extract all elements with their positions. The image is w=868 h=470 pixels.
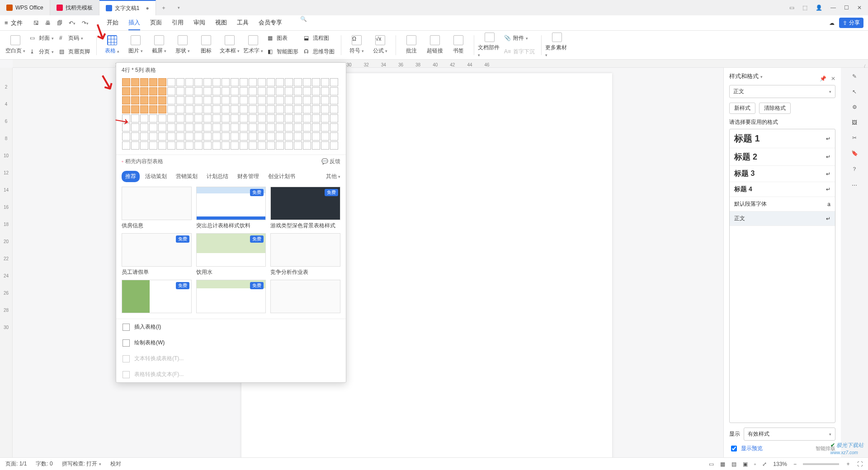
- grid-cell[interactable]: [240, 96, 248, 104]
- avatar-icon[interactable]: 👤: [816, 5, 822, 11]
- grid-cell[interactable]: [222, 87, 230, 95]
- status-page[interactable]: 页面: 1/1: [5, 460, 27, 468]
- grid-cell[interactable]: [167, 78, 175, 86]
- grid-cell[interactable]: [249, 87, 257, 95]
- select-icon[interactable]: ↖: [852, 89, 857, 95]
- grid-cell[interactable]: [194, 105, 203, 113]
- grid-cell[interactable]: [203, 105, 212, 113]
- save-icon[interactable]: 🖫: [33, 20, 39, 26]
- menu-draw-table[interactable]: 绘制表格(W): [116, 335, 346, 351]
- grid-cell[interactable]: [185, 123, 193, 132]
- grid-cell[interactable]: [285, 132, 293, 141]
- grid-cell[interactable]: [149, 141, 157, 150]
- grid-cell[interactable]: [203, 87, 212, 95]
- gallery-icon[interactable]: 🖼: [852, 119, 857, 126]
- grid-cell[interactable]: [149, 114, 157, 122]
- tab-template[interactable]: 找稻壳模板: [50, 0, 99, 15]
- view-focus-icon[interactable]: ▫: [754, 461, 756, 467]
- bookmark-side-icon[interactable]: 🔖: [851, 150, 858, 156]
- style-item-h2[interactable]: 标题 2↵: [730, 148, 835, 166]
- grid-cell[interactable]: [276, 114, 284, 122]
- grid-cell[interactable]: [231, 78, 239, 86]
- grid-cell[interactable]: [212, 96, 221, 104]
- grid-cell[interactable]: [212, 123, 221, 132]
- grid-cell[interactable]: [131, 78, 139, 86]
- grid-cell[interactable]: [158, 96, 166, 104]
- grid-cell[interactable]: [258, 123, 266, 132]
- grid-cell[interactable]: [276, 78, 284, 86]
- grid-cell[interactable]: [122, 114, 130, 122]
- print-icon[interactable]: 🖶: [45, 20, 51, 26]
- grid-cell[interactable]: [267, 96, 275, 104]
- grid-cell[interactable]: [258, 132, 266, 141]
- grid-cell[interactable]: [140, 105, 148, 113]
- grid-cell[interactable]: [258, 141, 266, 150]
- headerfooter-button[interactable]: ▤页眉页脚: [57, 46, 93, 58]
- grid-cell[interactable]: [167, 132, 175, 141]
- grid-cell[interactable]: [267, 87, 275, 95]
- grid-cell[interactable]: [176, 78, 184, 86]
- grid-cell[interactable]: [258, 96, 266, 104]
- grid-cell[interactable]: [231, 105, 239, 113]
- wordart-button[interactable]: 艺术字 ▾: [241, 33, 265, 58]
- grid-cell[interactable]: [240, 87, 248, 95]
- grid-cell[interactable]: [194, 141, 203, 150]
- current-style-select[interactable]: 正文▾: [729, 85, 835, 98]
- pen-icon[interactable]: ✎: [852, 73, 857, 80]
- tab-member[interactable]: 会员专享: [259, 16, 282, 30]
- grid-cell[interactable]: [294, 87, 302, 95]
- search-icon[interactable]: 🔍: [300, 16, 307, 30]
- grid-cell[interactable]: [312, 87, 320, 95]
- grid-cell[interactable]: [330, 78, 338, 86]
- grid-cell[interactable]: [222, 141, 230, 150]
- grid-cell[interactable]: [122, 96, 130, 104]
- grid-cell[interactable]: [267, 78, 275, 86]
- grid-cell[interactable]: [294, 96, 302, 104]
- minimize-button[interactable]: —: [830, 5, 836, 11]
- zoom-slider[interactable]: [803, 463, 839, 465]
- new-tab-button[interactable]: ＋: [156, 0, 171, 15]
- tab-insert[interactable]: 插入: [128, 16, 140, 30]
- style-item-h3[interactable]: 标题 3↵: [730, 166, 835, 182]
- grid-cell[interactable]: [167, 123, 175, 132]
- cat-marketing[interactable]: 营销策划: [172, 171, 201, 182]
- grid-cell[interactable]: [140, 87, 148, 95]
- grid-cell[interactable]: [249, 96, 257, 104]
- grid-cell[interactable]: [312, 132, 320, 141]
- textbox-button[interactable]: 文本框 ▾: [218, 33, 241, 58]
- grid-cell[interactable]: [231, 132, 239, 141]
- show-select[interactable]: 有效样式▾: [744, 428, 835, 441]
- grid-cell[interactable]: [131, 141, 139, 150]
- grid-cell[interactable]: [122, 78, 130, 86]
- grid-cell[interactable]: [158, 114, 166, 122]
- symbol-button[interactable]: Ω符号 ▾: [345, 33, 368, 58]
- grid-cell[interactable]: [194, 96, 203, 104]
- grid-cell[interactable]: [303, 78, 311, 86]
- grid-cell[interactable]: [176, 141, 184, 150]
- grid-cell[interactable]: [212, 141, 221, 150]
- grid-cell[interactable]: [131, 105, 139, 113]
- grid-cell[interactable]: [131, 87, 139, 95]
- grid-cell[interactable]: [249, 132, 257, 141]
- grid-cell[interactable]: [258, 87, 266, 95]
- grid-cell[interactable]: [140, 114, 148, 122]
- grid-cell[interactable]: [176, 87, 184, 95]
- grid-cell[interactable]: [303, 96, 311, 104]
- grid-cell[interactable]: [212, 87, 221, 95]
- grid-cell[interactable]: [194, 87, 203, 95]
- grid-cell[interactable]: [194, 132, 203, 141]
- grid-cell[interactable]: [276, 123, 284, 132]
- grid-cell[interactable]: [140, 96, 148, 104]
- grid-cell[interactable]: [158, 141, 166, 150]
- grid-cell[interactable]: [149, 96, 157, 104]
- grid-cell[interactable]: [194, 123, 203, 132]
- grid-cell[interactable]: [240, 114, 248, 122]
- style-item-default-font[interactable]: 默认段落字体a: [730, 197, 835, 212]
- cat-plan[interactable]: 计划总结: [203, 171, 232, 182]
- grid-cell[interactable]: [267, 123, 275, 132]
- bookmark-button[interactable]: 书签: [447, 33, 470, 58]
- grid-cell[interactable]: [321, 105, 329, 113]
- cube-icon[interactable]: ⬚: [802, 5, 807, 11]
- file-menu[interactable]: ≡文件: [5, 19, 23, 27]
- grid-cell[interactable]: [131, 114, 139, 122]
